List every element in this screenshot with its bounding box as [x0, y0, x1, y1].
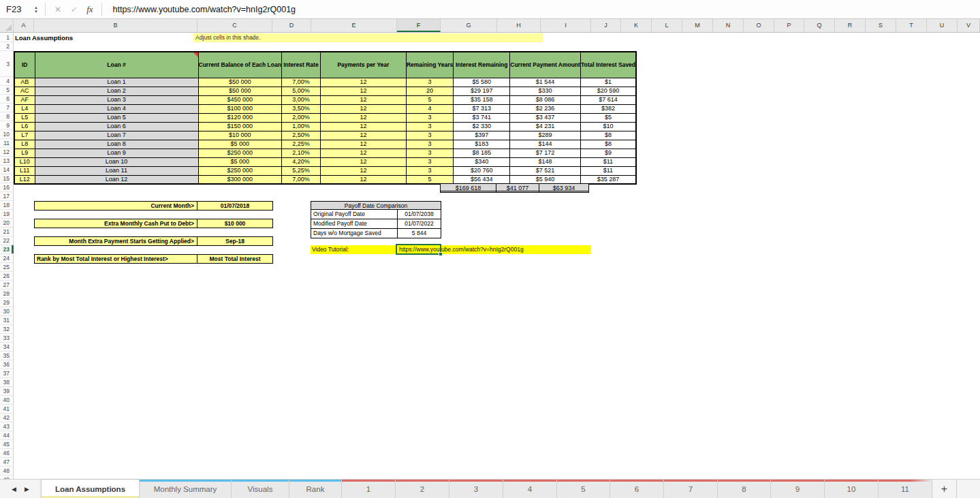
sheet-tab-4[interactable]: 4	[503, 480, 557, 498]
cell-interest_remaining[interactable]: $8 185	[454, 149, 510, 157]
cell-saved[interactable]: $10	[580, 122, 636, 131]
cell-years[interactable]: 20	[406, 87, 453, 95]
cell-id[interactable]: L5	[14, 113, 35, 122]
loan-table-header[interactable]: Interest Remaining	[454, 52, 510, 78]
cell-payments[interactable]: 12	[320, 122, 406, 131]
row-header-43[interactable]: 43	[0, 422, 13, 431]
cell-id[interactable]: L7	[14, 131, 35, 140]
cell-saved[interactable]: $11	[580, 166, 636, 175]
fill-handle[interactable]	[439, 252, 443, 256]
cell-name[interactable]: Loan 12	[35, 175, 198, 184]
row-header-37[interactable]: 37	[0, 369, 13, 378]
loan-table-header[interactable]: Payments per Year	[320, 52, 406, 78]
row-header-6[interactable]: 6	[0, 95, 13, 104]
row-header-29[interactable]: 29	[0, 298, 13, 307]
selected-cell-outline[interactable]	[396, 244, 441, 255]
input-value[interactable]: Most Total Interest	[197, 254, 273, 264]
cell-id[interactable]: L6	[14, 122, 35, 131]
cell-interest_remaining[interactable]: $5 580	[454, 78, 510, 87]
sheet-tab-rank[interactable]: Rank	[289, 480, 342, 498]
column-header-I[interactable]: I	[541, 19, 591, 32]
row-header-21[interactable]: 21	[0, 228, 13, 236]
cell-rate[interactable]: 2,25%	[281, 140, 320, 149]
payoff-table-title[interactable]: Payoff Date Comparison	[311, 201, 441, 210]
sheet-tab-2[interactable]: 2	[396, 480, 449, 498]
cell-name[interactable]: Loan 3	[35, 95, 198, 104]
column-header-J[interactable]: J	[591, 19, 621, 32]
cell-years[interactable]: 3	[406, 157, 453, 166]
sheet-tab-monthly-summary[interactable]: Monthly Summary	[140, 480, 232, 498]
row-header-33[interactable]: 33	[0, 334, 13, 343]
cell-name[interactable]: Loan 5	[35, 113, 198, 122]
cell-years[interactable]: 3	[406, 166, 453, 175]
row-header-2[interactable]: 2	[0, 42, 13, 51]
cell-payments[interactable]: 12	[320, 175, 406, 184]
row-header-19[interactable]: 19	[0, 210, 13, 219]
cell-payment[interactable]: $1 544	[510, 78, 581, 87]
row-header-42[interactable]: 42	[0, 414, 13, 422]
tabs-scroll-right-icon[interactable]: ▶	[25, 486, 29, 493]
cell-payment[interactable]: $7 172	[510, 149, 581, 157]
cell-rate[interactable]: 3,00%	[281, 95, 320, 104]
row-header-1[interactable]: 1	[0, 33, 13, 42]
cell-payment[interactable]: $3 437	[510, 113, 581, 122]
column-header-M[interactable]: M	[682, 19, 713, 32]
column-header-V[interactable]: V	[958, 19, 980, 32]
sheet-tab-5[interactable]: 5	[557, 480, 610, 498]
cell-payments[interactable]: 12	[320, 113, 406, 122]
column-header-G[interactable]: G	[441, 19, 497, 32]
cell-payments[interactable]: 12	[320, 87, 406, 95]
cell-name[interactable]: Loan 2	[35, 87, 198, 95]
cell-rate[interactable]: 7,00%	[281, 175, 320, 184]
row-header-35[interactable]: 35	[0, 352, 13, 360]
row-header-26[interactable]: 26	[0, 272, 13, 281]
cell-payments[interactable]: 12	[320, 78, 406, 87]
cell-rate[interactable]: 2,50%	[281, 131, 320, 140]
cell-saved[interactable]: $9	[580, 149, 636, 157]
cell-payments[interactable]: 12	[320, 166, 406, 175]
row-header-5[interactable]: 5	[0, 86, 13, 95]
cell-balance[interactable]: $50 000	[198, 78, 281, 87]
total-cell[interactable]: $169 618	[440, 183, 496, 193]
input-value[interactable]: 01/07/2018	[197, 201, 273, 211]
row-header-17[interactable]: 17	[0, 192, 13, 201]
row-header-48[interactable]: 48	[0, 467, 13, 476]
row-header-31[interactable]: 31	[0, 316, 13, 325]
cell-saved[interactable]: $20 590	[580, 87, 636, 95]
cell-years[interactable]: 3	[406, 122, 453, 131]
row-header-32[interactable]: 32	[0, 325, 13, 334]
cell-name[interactable]: Loan 6	[35, 122, 198, 131]
cell-payment[interactable]: $289	[510, 131, 581, 140]
cell-name[interactable]: Loan 7	[35, 131, 198, 140]
cell-payment[interactable]: $7 521	[510, 166, 581, 175]
payoff-value[interactable]: 5 844	[398, 229, 441, 238]
sheet-title-cell[interactable]: Loan Assumptions	[15, 33, 73, 42]
total-cell[interactable]: $41 077	[496, 183, 539, 193]
row-header-36[interactable]: 36	[0, 360, 13, 369]
cell-years[interactable]: 4	[406, 104, 453, 113]
row-header-25[interactable]: 25	[0, 263, 13, 272]
cell-payment[interactable]: $330	[510, 87, 581, 95]
cell-interest_remaining[interactable]: $29 197	[454, 87, 510, 95]
cell-balance[interactable]: $5 000	[198, 157, 281, 166]
sheet-tab-10[interactable]: 10	[825, 480, 879, 498]
row-header-14[interactable]: 14	[0, 166, 13, 174]
row-header-39[interactable]: 39	[0, 387, 13, 396]
cell-interest_remaining[interactable]: $183	[454, 140, 510, 149]
cell-saved[interactable]: $8	[580, 140, 636, 149]
row-header-15[interactable]: 15	[0, 174, 13, 183]
cell-id[interactable]: L12	[14, 175, 35, 184]
cell-years[interactable]: 3	[406, 78, 453, 87]
row-header-40[interactable]: 40	[0, 396, 13, 405]
column-header-N[interactable]: N	[713, 19, 744, 32]
confirm-icon[interactable]: ✓	[66, 5, 82, 14]
cell-interest_remaining[interactable]: $397	[454, 131, 510, 140]
insert-function-icon[interactable]: fx	[82, 4, 97, 15]
row-header-4[interactable]: 4	[0, 77, 13, 86]
tabs-scroll-left-icon[interactable]: ◀	[12, 486, 16, 493]
adjust-cells-banner[interactable]: Adjust cells in this shade.	[193, 33, 543, 42]
row-header-11[interactable]: 11	[0, 139, 13, 148]
cell-id[interactable]: AF	[14, 95, 35, 104]
cell-payments[interactable]: 12	[320, 104, 406, 113]
row-header-8[interactable]: 8	[0, 112, 13, 121]
